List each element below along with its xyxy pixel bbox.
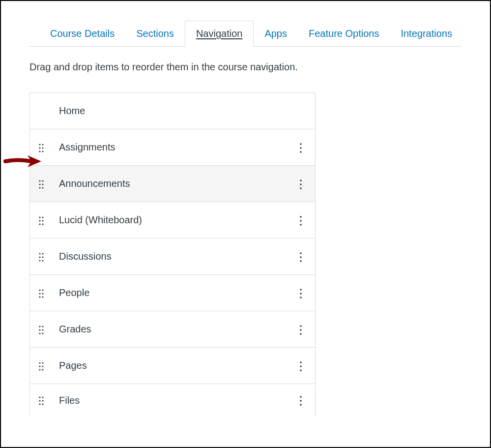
svg-point-23	[42, 223, 43, 225]
nav-item-label: Pages	[52, 360, 287, 371]
kebab-icon[interactable]	[299, 252, 302, 262]
nav-item-label: Discussions	[52, 251, 287, 262]
drag-handle-cell	[30, 396, 52, 405]
svg-point-28	[42, 253, 43, 254]
nav-item-files[interactable]: Files	[30, 384, 315, 417]
drag-handle-icon[interactable]	[38, 179, 44, 188]
nav-item-grades[interactable]: Grades	[30, 311, 315, 348]
svg-point-67	[39, 403, 40, 405]
svg-point-33	[300, 252, 302, 254]
options-cell	[287, 215, 315, 225]
drag-handle-cell	[30, 325, 52, 334]
svg-point-14	[42, 187, 43, 188]
svg-point-53	[300, 333, 302, 335]
nav-item-label: Announcements	[52, 178, 287, 189]
svg-point-60	[300, 361, 302, 363]
svg-point-58	[39, 369, 40, 370]
svg-point-1	[42, 144, 43, 145]
svg-point-56	[39, 365, 40, 367]
svg-point-42	[300, 289, 302, 291]
svg-point-69	[300, 396, 302, 398]
drag-handle-cell	[30, 216, 52, 225]
nav-item-pages[interactable]: Pages	[30, 348, 315, 384]
nav-item-assignments[interactable]: Assignments	[30, 129, 315, 166]
drag-handle-cell	[30, 289, 52, 298]
svg-point-61	[300, 365, 302, 367]
drag-handle-icon[interactable]	[38, 325, 44, 334]
drag-handle-cell	[30, 143, 52, 152]
nav-item-people[interactable]: People	[30, 275, 315, 311]
tab-course-details[interactable]: Course Details	[39, 21, 125, 46]
svg-point-13	[39, 187, 40, 188]
svg-point-49	[39, 332, 40, 334]
svg-point-46	[42, 326, 43, 327]
svg-point-52	[300, 329, 302, 331]
svg-point-44	[300, 297, 302, 299]
svg-point-64	[42, 396, 43, 398]
kebab-icon[interactable]	[299, 215, 302, 225]
drag-handle-icon[interactable]	[38, 216, 44, 225]
nav-item-announcements[interactable]: Announcements	[30, 166, 315, 202]
drag-handle-icon[interactable]	[38, 396, 44, 405]
svg-point-71	[300, 404, 302, 406]
svg-point-15	[300, 179, 302, 181]
svg-point-31	[39, 260, 40, 261]
drag-handle-cell	[30, 179, 52, 188]
svg-point-38	[39, 293, 40, 294]
kebab-icon[interactable]	[299, 288, 302, 298]
drag-handle-icon[interactable]	[38, 252, 44, 261]
instruction-text: Drag and drop items to reorder them in t…	[29, 61, 462, 73]
tab-navigation[interactable]: Navigation	[185, 21, 254, 47]
tab-sections[interactable]: Sections	[125, 21, 185, 46]
svg-point-8	[300, 151, 302, 153]
navigation-list: HomeAssignmentsAnnouncementsLucid (White…	[29, 92, 316, 417]
svg-point-36	[39, 289, 40, 291]
svg-point-2	[39, 147, 40, 149]
kebab-icon[interactable]	[299, 325, 302, 334]
drag-handle-icon[interactable]	[38, 143, 44, 152]
options-cell	[287, 252, 315, 262]
svg-point-65	[39, 400, 40, 401]
kebab-icon[interactable]	[299, 179, 302, 189]
nav-item-label: Lucid (Whiteboard)	[52, 214, 287, 226]
svg-point-22	[39, 223, 40, 225]
settings-tabs: Course DetailsSectionsNavigationAppsFeat…	[29, 21, 462, 47]
tab-label: Integrations	[401, 28, 452, 39]
svg-point-30	[42, 256, 43, 258]
kebab-icon[interactable]	[299, 361, 302, 371]
svg-point-25	[300, 220, 302, 222]
nav-item-discussions[interactable]: Discussions	[30, 239, 315, 275]
tab-feature-options[interactable]: Feature Options	[298, 21, 390, 46]
nav-item-label: Assignments	[52, 142, 287, 153]
svg-point-17	[300, 187, 302, 189]
kebab-icon[interactable]	[299, 395, 302, 405]
svg-point-10	[42, 180, 43, 181]
options-cell	[287, 361, 315, 371]
kebab-icon[interactable]	[299, 143, 302, 152]
svg-point-40	[39, 296, 40, 298]
tab-apps[interactable]: Apps	[254, 21, 298, 46]
svg-point-63	[39, 396, 40, 398]
svg-point-43	[300, 293, 302, 295]
nav-item-home[interactable]: Home	[30, 93, 315, 129]
nav-item-lucid[interactable]: Lucid (Whiteboard)	[30, 202, 315, 239]
svg-point-6	[300, 143, 302, 145]
svg-point-35	[300, 260, 302, 262]
drag-handle-cell	[30, 361, 52, 370]
content-area: Course DetailsSectionsNavigationAppsFeat…	[1, 1, 490, 417]
nav-item-label: Grades	[52, 324, 287, 335]
svg-point-62	[300, 369, 302, 371]
svg-point-51	[300, 325, 302, 327]
svg-point-48	[42, 329, 43, 330]
tab-integrations[interactable]: Integrations	[390, 21, 463, 46]
drag-handle-icon[interactable]	[38, 289, 44, 298]
app-frame: Course DetailsSectionsNavigationAppsFeat…	[0, 0, 491, 448]
options-cell	[287, 179, 315, 189]
svg-point-26	[300, 224, 302, 226]
drag-handle-icon[interactable]	[38, 361, 44, 370]
svg-point-12	[42, 183, 43, 185]
svg-point-50	[42, 332, 43, 334]
svg-point-45	[39, 326, 40, 327]
nav-item-label: Home	[30, 105, 315, 117]
svg-point-21	[42, 220, 43, 221]
